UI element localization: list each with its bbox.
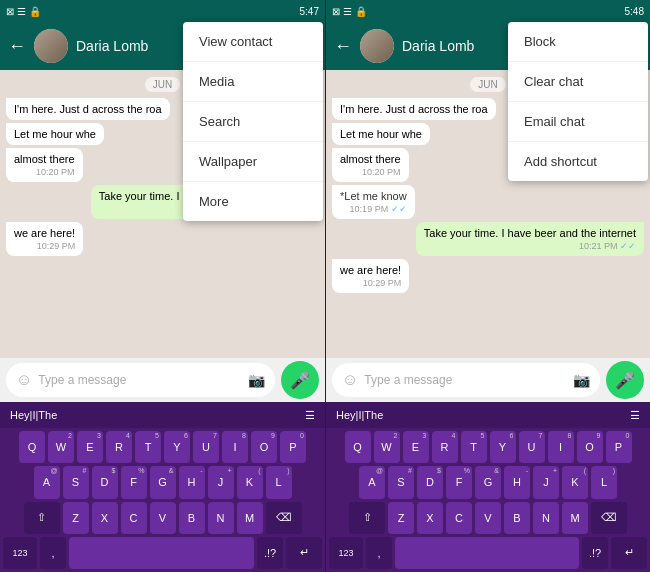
menu-item-add-shortcut[interactable]: Add shortcut <box>508 142 648 181</box>
key-enter[interactable]: ↵ <box>286 537 322 569</box>
key-k[interactable]: K( <box>237 466 263 498</box>
key-2-y[interactable]: Y6 <box>490 431 516 463</box>
key-g[interactable]: G& <box>150 466 176 498</box>
key-backspace[interactable]: ⌫ <box>266 502 302 534</box>
message-text-2c: almost there <box>340 153 401 165</box>
menu-item-block[interactable]: Block <box>508 22 648 61</box>
key-2-shift[interactable]: ⇧ <box>349 502 385 534</box>
back-button-2[interactable]: ← <box>334 36 352 57</box>
key-e[interactable]: E3 <box>77 431 103 463</box>
key-q[interactable]: Q <box>19 431 45 463</box>
status-bar-2: ⊠ ☰ 🔒 5:48 <box>326 0 650 22</box>
key-d[interactable]: D$ <box>92 466 118 498</box>
key-2-n[interactable]: N <box>533 502 559 534</box>
key-h[interactable]: H- <box>179 466 205 498</box>
key-z[interactable]: Z <box>63 502 89 534</box>
key-y[interactable]: Y6 <box>164 431 190 463</box>
starred-ticks-2: ✓✓ <box>391 204 407 214</box>
emoji-icon-2[interactable]: ☺ <box>342 371 358 389</box>
key-2-j[interactable]: J+ <box>533 466 559 498</box>
key-l[interactable]: L) <box>266 466 292 498</box>
key-2-v[interactable]: V <box>475 502 501 534</box>
keyboard-suggestion-the-2[interactable]: The <box>364 409 383 421</box>
key-j[interactable]: J+ <box>208 466 234 498</box>
key-2-comma[interactable]: , <box>366 537 392 569</box>
starred-text-2: *Let me know <box>340 190 407 202</box>
input-field-2[interactable]: ☺ Type a message 📷 <box>332 363 600 397</box>
menu-item-view-contact[interactable]: View contact <box>183 22 323 61</box>
key-2-b[interactable]: B <box>504 502 530 534</box>
key-2-backspace[interactable]: ⌫ <box>591 502 627 534</box>
key-2-d[interactable]: D$ <box>417 466 443 498</box>
key-2-q[interactable]: Q <box>345 431 371 463</box>
key-u[interactable]: U7 <box>193 431 219 463</box>
key-2-i[interactable]: I8 <box>548 431 574 463</box>
key-c[interactable]: C <box>121 502 147 534</box>
key-2-123[interactable]: 123 <box>329 537 363 569</box>
key-shift[interactable]: ⇧ <box>24 502 60 534</box>
key-f[interactable]: F% <box>121 466 147 498</box>
menu-item-wallpaper[interactable]: Wallpaper <box>183 142 323 181</box>
key-a[interactable]: A@ <box>34 466 60 498</box>
key-w[interactable]: W2 <box>48 431 74 463</box>
keyboard-suggestion-the-1[interactable]: The <box>38 409 57 421</box>
key-p[interactable]: P0 <box>280 431 306 463</box>
key-b[interactable]: B <box>179 502 205 534</box>
status-right-2: 5:48 <box>625 6 644 17</box>
key-2-h[interactable]: H- <box>504 466 530 498</box>
key-2-z[interactable]: Z <box>388 502 414 534</box>
date-label-2: JUN <box>470 77 505 92</box>
key-space[interactable] <box>69 537 254 569</box>
key-row-1: Q W2 E3 R4 T5 Y6 U7 I8 O9 P0 <box>3 431 322 463</box>
menu-item-clear-chat[interactable]: Clear chat <box>508 62 648 101</box>
key-2-o[interactable]: O9 <box>577 431 603 463</box>
key-2-w[interactable]: W2 <box>374 431 400 463</box>
menu-item-email-chat[interactable]: Email chat <box>508 102 648 141</box>
key-2-u[interactable]: U7 <box>519 431 545 463</box>
status-time-1: 5:47 <box>300 6 319 17</box>
emoji-icon-1[interactable]: ☺ <box>16 371 32 389</box>
key-2-enter[interactable]: ↵ <box>611 537 647 569</box>
key-s[interactable]: S# <box>63 466 89 498</box>
mic-button-2[interactable]: 🎤 <box>606 361 644 399</box>
key-2-t[interactable]: T5 <box>461 431 487 463</box>
menu-item-search[interactable]: Search <box>183 102 323 141</box>
keyboard-settings-icon-1[interactable]: ☰ <box>305 409 315 422</box>
key-2-a[interactable]: A@ <box>359 466 385 498</box>
back-button-1[interactable]: ← <box>8 36 26 57</box>
input-field-1[interactable]: ☺ Type a message 📷 <box>6 363 275 397</box>
key-2-x[interactable]: X <box>417 502 443 534</box>
key-comma[interactable]: , <box>40 537 66 569</box>
key-2-g[interactable]: G& <box>475 466 501 498</box>
key-period[interactable]: .!? <box>257 537 283 569</box>
key-2-m[interactable]: M <box>562 502 588 534</box>
message-bubble-incoming-1e: we are here! 10:29 PM <box>6 222 83 256</box>
key-2-l[interactable]: L) <box>591 466 617 498</box>
key-2-f[interactable]: F% <box>446 466 472 498</box>
key-i[interactable]: I8 <box>222 431 248 463</box>
key-t[interactable]: T5 <box>135 431 161 463</box>
key-o[interactable]: O9 <box>251 431 277 463</box>
key-2-k[interactable]: K( <box>562 466 588 498</box>
key-m[interactable]: M <box>237 502 263 534</box>
menu-item-more[interactable]: More <box>183 182 323 221</box>
key-2-p[interactable]: P0 <box>606 431 632 463</box>
camera-icon-2[interactable]: 📷 <box>573 372 590 388</box>
keyboard-suggestion-hey-1[interactable]: Hey <box>10 409 30 421</box>
key-123[interactable]: 123 <box>3 537 37 569</box>
menu-item-media[interactable]: Media <box>183 62 323 101</box>
key-2-s[interactable]: S# <box>388 466 414 498</box>
key-2-r[interactable]: R4 <box>432 431 458 463</box>
key-n[interactable]: N <box>208 502 234 534</box>
key-2-c[interactable]: C <box>446 502 472 534</box>
keyboard-settings-icon-2[interactable]: ☰ <box>630 409 640 422</box>
key-2-space[interactable] <box>395 537 579 569</box>
key-2-e[interactable]: E3 <box>403 431 429 463</box>
key-2-period[interactable]: .!? <box>582 537 608 569</box>
key-x[interactable]: X <box>92 502 118 534</box>
key-v[interactable]: V <box>150 502 176 534</box>
camera-icon-1[interactable]: 📷 <box>248 372 265 388</box>
key-r[interactable]: R4 <box>106 431 132 463</box>
keyboard-suggestion-hey-2[interactable]: Hey <box>336 409 356 421</box>
mic-button-1[interactable]: 🎤 <box>281 361 319 399</box>
